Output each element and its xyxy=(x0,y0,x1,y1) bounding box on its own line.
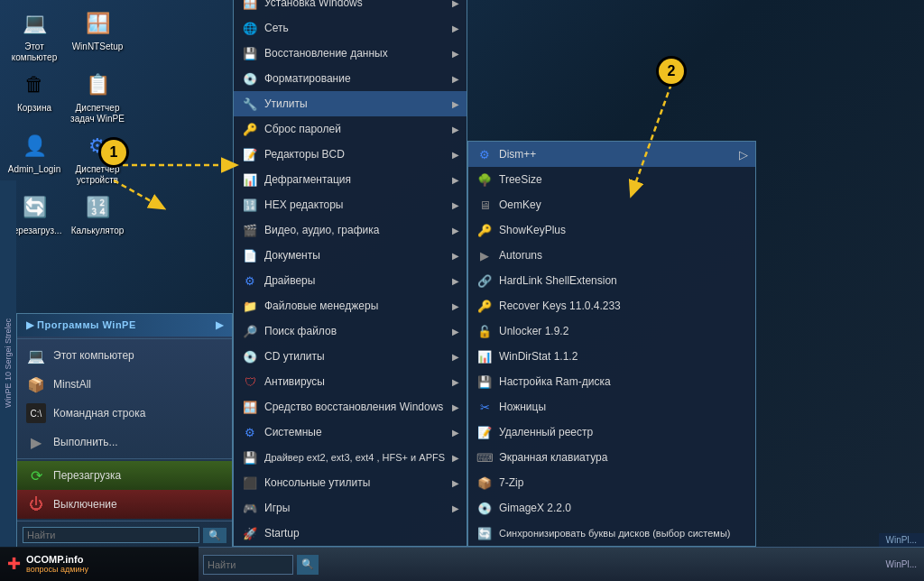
treesize-icon: 🌳 xyxy=(476,171,494,189)
shutdown-label: Выключение xyxy=(53,498,223,511)
side-label: WinPE 10 Sergei Strelec xyxy=(0,180,16,547)
taskbar-search-input[interactable] xyxy=(203,555,293,575)
menu-item-resetpw[interactable]: 🔑 Сброс паролей ▶ xyxy=(234,116,467,142)
format-arrow: ▶ xyxy=(452,74,459,84)
recoverkeys-text: Recover Keys 11.0.4.233 xyxy=(499,300,748,312)
desktop-icon-recycle[interactable]: 🗑 Корзина xyxy=(7,69,61,124)
consoleutils-arrow: ▶ xyxy=(452,478,459,488)
menu-item-hardlink[interactable]: 🔗 HardLink ShellExtension xyxy=(468,268,755,293)
consoleutils-text: Консольные утилиты xyxy=(264,476,447,489)
start-menu-my-computer[interactable]: 💻 Этот компьютер xyxy=(17,341,232,370)
menu-item-7zip[interactable]: 📦 7-Zip xyxy=(468,470,755,495)
menu-item-filesearch[interactable]: 🔎 Поиск файлов ▶ xyxy=(234,318,467,344)
startup-icon: 🚀 xyxy=(241,524,259,542)
admin-icon: 👤 xyxy=(18,130,51,162)
menu-item-consoleutils[interactable]: ⬛ Консольные утилиты ▶ xyxy=(234,470,467,495)
recoverkeys-icon: 🔑 xyxy=(476,297,494,315)
winpe-corner-label: WinPl... xyxy=(879,533,924,547)
winntsetup-icon: 🪟 xyxy=(81,7,114,40)
menu-item-windirstat[interactable]: 📊 WinDirStat 1.1.2 xyxy=(468,344,755,369)
my-computer-label: Этоткомпьютер xyxy=(12,42,57,63)
menu-item-format[interactable]: 💿 Форматирование ▶ xyxy=(234,66,467,91)
menu-item-datarecovery[interactable]: 💾 Восстановление данных ▶ xyxy=(234,41,467,66)
consoleutils-icon: ⬛ xyxy=(241,474,259,492)
menu-item-startup[interactable]: 🚀 Startup xyxy=(234,521,467,546)
annotation-2: 2 xyxy=(659,59,684,84)
menu-item-showkeyplus[interactable]: 🔑 ShowKeyPlus xyxy=(468,217,755,243)
bcd-text: Редакторы BCD xyxy=(264,148,447,161)
menu-item-treesize[interactable]: 🌳 TreeSize xyxy=(468,167,755,192)
minstall-icon: 📦 xyxy=(26,374,46,394)
menu-item-hex[interactable]: 🔢 HEX редакторы ▶ xyxy=(234,192,467,217)
menu-item-utils[interactable]: 🔧 Утилиты ▶ xyxy=(234,91,467,116)
cdutils-icon: 💿 xyxy=(241,347,259,365)
menu-item-filemgr[interactable]: 📁 Файловые менеджеры ▶ xyxy=(234,293,467,318)
start-menu-shutdown[interactable]: ⏻ Выключение xyxy=(17,490,232,519)
menu-item-gimagex[interactable]: 💿 GimageX 2.2.0 xyxy=(468,495,755,521)
cursor-arrow: ▷ xyxy=(739,148,748,161)
menu-item-ramdisk[interactable]: 💾 Настройка Ram-диска xyxy=(468,369,755,394)
scissors-text: Ножницы xyxy=(499,401,748,413)
media-icon: 🎬 xyxy=(241,221,259,239)
desktop-icon-taskman[interactable]: 📋 Диспетчерзадач WinPE xyxy=(70,69,125,124)
taskbar-search-button[interactable]: 🔍 xyxy=(297,555,319,575)
start-menu-run[interactable]: ▶ Выполнить... xyxy=(17,428,232,456)
datarecovery-icon: 💾 xyxy=(241,44,259,62)
menu-item-drivers[interactable]: ⚙ Драйверы ▶ xyxy=(234,268,467,293)
menu-item-docs[interactable]: 📄 Документы ▶ xyxy=(234,243,467,268)
menu-item-oemkey[interactable]: 🖥 OemKey xyxy=(468,192,755,217)
my-computer-icon: 💻 xyxy=(18,7,51,40)
menu-item-syncletters[interactable]: 🔄 Синхронизировать буквы дисков (выбор с… xyxy=(468,521,755,546)
menu-item-network[interactable]: 🌐 Сеть ▶ xyxy=(234,15,467,41)
menu-item-media[interactable]: 🎬 Видео, аудио, графика ▶ xyxy=(234,217,467,243)
menu-item-winrecovery[interactable]: 🪟 Средство восстановления Windows ▶ xyxy=(234,394,467,420)
menu-item-scissors[interactable]: ✂ Ножницы xyxy=(468,394,755,420)
reboot-icon: 🔄 xyxy=(18,191,51,224)
filemgr-icon: 📁 xyxy=(241,297,259,315)
docs-arrow: ▶ xyxy=(452,251,459,261)
network-text: Сеть xyxy=(264,22,447,34)
syncletters-icon: 🔄 xyxy=(476,524,494,542)
menu-panel-1: БЭКАП И ВОССТАНОВЛЕНИЕ 🖴 ЖЕСТКИЙ ДИСК ▶ … xyxy=(233,0,467,547)
restart-label: Перезагрузка xyxy=(53,469,223,482)
autoruns-icon: ▶ xyxy=(476,246,494,264)
menu-item-unlocker[interactable]: 🔓 Unlocker 1.9.2 xyxy=(468,318,755,344)
start-menu-cmd[interactable]: C:\ Командная строка xyxy=(17,399,232,428)
winntsetup-label: WinNTSetup xyxy=(72,42,124,52)
antivirus-arrow: ▶ xyxy=(452,377,459,387)
menu-item-system[interactable]: ⚙ Системные ▶ xyxy=(234,420,467,445)
menu-item-recoverkeys[interactable]: 🔑 Recover Keys 11.0.4.233 xyxy=(468,293,755,318)
menu-item-defrag[interactable]: 📊 Дефрагментация ▶ xyxy=(234,167,467,192)
programs-winpe-label: ▶ Программы WinPE xyxy=(26,319,136,330)
menu-item-antivirus[interactable]: 🛡 Антивирусы ▶ xyxy=(234,369,467,394)
desktop-icon-calc[interactable]: 🔢 Калькулятор xyxy=(70,191,125,236)
antivirus-text: Антивирусы xyxy=(264,375,447,388)
menu-item-games[interactable]: 🎮 Игры ▶ xyxy=(234,495,467,521)
menu-item-osk[interactable]: ⌨ Экранная клавиатура xyxy=(468,445,755,470)
ramdisk-icon: 💾 xyxy=(476,373,494,391)
start-menu-minstall[interactable]: 📦 MinstAll xyxy=(17,370,232,399)
menu-item-driversext[interactable]: 💾 Драйвер ext2, ext3, ext4 , HFS+ и APFS… xyxy=(234,445,467,470)
menu-item-dism[interactable]: ⚙ Dism++ ▷ xyxy=(468,142,755,167)
menu-item-bcd[interactable]: 📝 Редакторы BCD ▶ xyxy=(234,142,467,167)
menu-item-cdutils[interactable]: 💿 CD утилиты ▶ xyxy=(234,344,467,369)
bcd-icon: 📝 xyxy=(241,145,259,163)
start-menu-search-input[interactable] xyxy=(23,527,199,543)
devman-label: Диспетчерустройств xyxy=(76,164,120,186)
cdutils-arrow: ▶ xyxy=(452,352,459,362)
start-menu-restart[interactable]: ⟳ Перезагрузка xyxy=(17,461,232,490)
menu-item-remotereg[interactable]: 📝 Удаленный реестр xyxy=(468,420,755,445)
drivers-icon: ⚙ xyxy=(241,272,259,290)
desktop-icon-admin[interactable]: 👤 Admin_Login xyxy=(7,130,61,186)
start-menu-search-button[interactable]: 🔍 xyxy=(203,528,226,543)
winrecovery-arrow: ▶ xyxy=(452,402,459,412)
ocomp-site-name: OCOMP.info xyxy=(26,554,88,565)
my-computer-start-icon: 💻 xyxy=(26,346,46,365)
desktop-icon-my-computer[interactable]: 💻 Этоткомпьютер xyxy=(7,7,61,63)
network-arrow: ▶ xyxy=(452,23,459,33)
menu-item-installwin[interactable]: 🪟 Установка Windows ▶ xyxy=(234,0,467,15)
menu-item-autoruns[interactable]: ▶ Autoruns xyxy=(468,243,755,268)
desktop-icon-winntsetup[interactable]: 🪟 WinNTSetup xyxy=(70,7,125,63)
gimagex-text: GimageX 2.2.0 xyxy=(499,502,748,514)
start-menu-sep-1 xyxy=(17,338,232,339)
